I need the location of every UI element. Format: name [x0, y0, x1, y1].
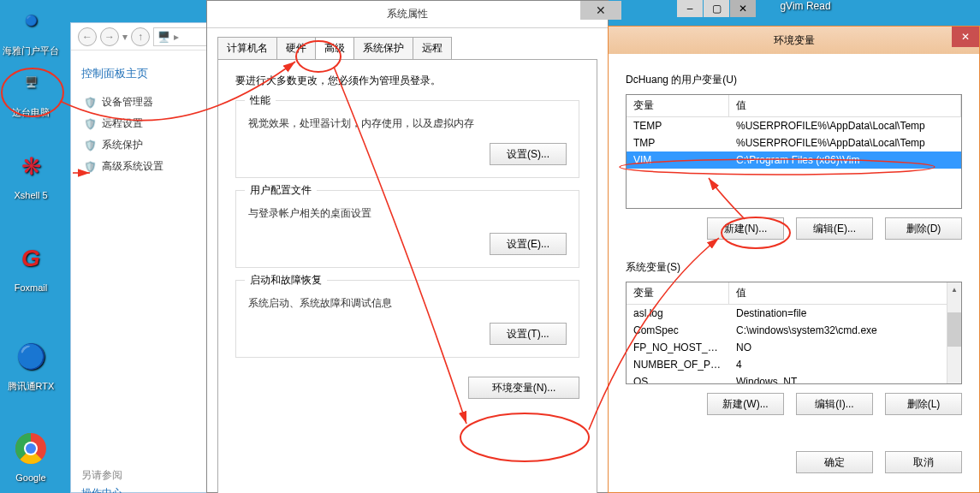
- tab-protection[interactable]: 系统保护: [353, 37, 413, 60]
- computer-icon: 🖥️: [10, 62, 51, 103]
- table-row[interactable]: ComSpecC:\windows\system32\cmd.exe: [627, 322, 961, 339]
- groupbox-title: 用户配置文件: [245, 183, 317, 198]
- col-name[interactable]: 变量: [627, 95, 729, 116]
- scroll-thumb[interactable]: [947, 312, 961, 347]
- table-row[interactable]: TEMP%USERPROFILE%\AppData\Local\Temp: [627, 117, 961, 134]
- sidebar-title: 控制面板主页: [81, 66, 193, 81]
- table-row[interactable]: OSWindows_NT: [627, 373, 961, 383]
- ok-button[interactable]: 确定: [796, 451, 873, 473]
- computer-icon: 🖥️: [157, 31, 170, 43]
- sys-btn-row: 新建(W)... 编辑(I)... 删除(L): [626, 393, 962, 415]
- titlebar[interactable]: 系统属性 ✕: [207, 1, 608, 28]
- desktop-icon-rtx[interactable]: 🔵 腾讯通RTX: [0, 336, 62, 393]
- var-value: Destination=file: [729, 305, 961, 322]
- sidebar-item-label: 远程设置: [102, 116, 143, 131]
- var-value: NO: [729, 339, 961, 356]
- var-value: %USERPROFILE%\AppData\Local\Temp: [729, 117, 961, 134]
- tab-computername[interactable]: 计算机名: [217, 37, 277, 60]
- forward-button[interactable]: →: [100, 27, 119, 46]
- sidebar-item-devicemgr[interactable]: 🛡️ 设备管理器: [81, 92, 193, 113]
- table-row[interactable]: NUMBER_OF_PR...4: [627, 356, 961, 373]
- maximize-button[interactable]: ▢: [704, 0, 729, 17]
- sys-vars-table[interactable]: 变量 值 asl.logDestination=fileComSpecC:\wi…: [626, 282, 962, 384]
- minimize-button[interactable]: –: [677, 0, 703, 17]
- var-value: C:\windows\system32\cmd.exe: [729, 322, 961, 339]
- explorer-sidebar: 控制面板主页 🛡️ 设备管理器 🛡️ 远程设置 🛡️ 系统保护 🛡️ 高级系统设…: [71, 57, 204, 493]
- desktop-icon-xshell[interactable]: ❋ Xshell 5: [0, 146, 62, 200]
- delete-sys-var-button[interactable]: 删除(L): [885, 393, 962, 415]
- var-name: NUMBER_OF_PR...: [627, 356, 729, 373]
- delete-user-var-button[interactable]: 删除(D): [885, 217, 962, 240]
- tab-remote[interactable]: 远程: [413, 37, 452, 60]
- sidebar-item-advanced[interactable]: 🛡️ 高级系统设置: [81, 156, 193, 177]
- cancel-button[interactable]: 取消: [885, 451, 962, 473]
- scrollbar[interactable]: ▲: [947, 282, 961, 383]
- shield-icon: 🛡️: [83, 96, 97, 110]
- sys-vars-label: 系统变量(S): [626, 260, 962, 275]
- admin-desc: 要进行大多数更改，您必须作为管理员登录。: [235, 74, 579, 88]
- dialog-final-row: 确定 取消: [609, 443, 979, 482]
- see-also: 另请参阅 操作中心 Windows 更新: [81, 468, 193, 493]
- tab-advanced[interactable]: 高级: [315, 37, 354, 60]
- scroll-up-icon[interactable]: ▲: [947, 282, 961, 297]
- desktop-icon-chrome[interactable]: Google: [0, 428, 62, 483]
- sidebar-item-remote[interactable]: 🛡️ 远程设置: [81, 113, 193, 134]
- edit-sys-var-button[interactable]: 编辑(I)...: [796, 393, 873, 415]
- dialog-body: DcHuang 的用户变量(U) 变量 值 TEMP%USERPROFILE%\…: [609, 54, 979, 443]
- sidebar-item-protection[interactable]: 🛡️ 系统保护: [81, 134, 193, 156]
- dialog-title: 系统属性: [387, 7, 428, 21]
- chrome-icon: [10, 428, 51, 469]
- edit-user-var-button[interactable]: 编辑(E)...: [796, 217, 873, 240]
- user-vars-label: DcHuang 的用户变量(U): [626, 73, 962, 87]
- table-row[interactable]: FP_NO_HOST_CH...NO: [627, 339, 961, 356]
- desktop-icon-haiya[interactable]: 🔵 海雅门户平台: [0, 0, 62, 57]
- back-button[interactable]: ←: [78, 27, 97, 46]
- desktop-icon-foxmail[interactable]: G Foxmail: [0, 238, 62, 293]
- env-vars-dialog: 环境变量 ✕ DcHuang 的用户变量(U) 变量 值 TEMP%USERPR…: [608, 26, 980, 493]
- user-vars-table[interactable]: 变量 值 TEMP%USERPROFILE%\AppData\Local\Tem…: [626, 94, 962, 209]
- up-button[interactable]: ↑: [131, 27, 150, 46]
- rtx-icon: 🔵: [10, 336, 51, 377]
- tab-hardware[interactable]: 硬件: [276, 37, 316, 60]
- groupbox-startup: 启动和故障恢复 系统启动、系统故障和调试信息 设置(T)...: [235, 280, 579, 358]
- col-value[interactable]: 值: [729, 95, 961, 116]
- profile-settings-button[interactable]: 设置(E)...: [490, 233, 567, 255]
- desktop-icon-computer[interactable]: 🖥️ 这台电脑: [0, 62, 62, 119]
- sidebar-item-label: 高级系统设置: [102, 159, 163, 174]
- user-btn-row: 新建(N)... 编辑(E)... 删除(D): [626, 217, 962, 240]
- close-button[interactable]: ✕: [580, 1, 621, 20]
- var-name: TEMP: [627, 117, 729, 134]
- table-row[interactable]: asl.logDestination=file: [627, 305, 961, 322]
- var-value: C:\Program Files (x86)\Vim: [729, 151, 961, 169]
- table-row[interactable]: VIMC:\Program Files (x86)\Vim: [627, 151, 961, 169]
- shield-icon: 🛡️: [83, 139, 97, 152]
- dialog-title: 环境变量: [774, 33, 815, 48]
- dropdown-arrow-icon[interactable]: ▾: [122, 31, 128, 43]
- titlebar[interactable]: 环境变量 ✕: [609, 27, 979, 54]
- groupbox-desc: 视觉效果，处理器计划，内存使用，以及虚拟内存: [248, 116, 567, 131]
- var-name: FP_NO_HOST_CH...: [627, 339, 729, 356]
- close-button[interactable]: ✕: [952, 27, 979, 47]
- svg-point-4: [26, 443, 36, 454]
- close-button[interactable]: ✕: [730, 0, 756, 17]
- var-value: Windows_NT: [729, 373, 961, 383]
- env-vars-button[interactable]: 环境变量(N)...: [468, 377, 579, 399]
- see-also-link-action[interactable]: 操作中心: [81, 483, 193, 493]
- system-properties-dialog: 系统属性 ✕ 计算机名 硬件 高级 系统保护 远程 要进行大多数更改，您必须作为…: [206, 0, 609, 493]
- app-icon: 🔵: [10, 0, 51, 41]
- var-name: OS: [627, 373, 729, 383]
- perf-settings-button[interactable]: 设置(S)...: [490, 143, 567, 165]
- tab-body: 要进行大多数更改，您必须作为管理员登录。 性能 视觉效果，处理器计划，内存使用，…: [217, 59, 597, 493]
- table-row[interactable]: TMP%USERPROFILE%\AppData\Local\Temp: [627, 134, 961, 151]
- startup-settings-button[interactable]: 设置(T)...: [490, 323, 567, 345]
- col-name[interactable]: 变量: [627, 282, 729, 304]
- see-also-label: 另请参阅: [81, 468, 193, 483]
- var-name: asl.log: [627, 305, 729, 322]
- new-user-var-button[interactable]: 新建(N)...: [707, 217, 784, 240]
- col-value[interactable]: 值: [729, 282, 961, 304]
- groupbox-performance: 性能 视觉效果，处理器计划，内存使用，以及虚拟内存 设置(S)...: [235, 100, 579, 178]
- tabs: 计算机名 硬件 高级 系统保护 远程: [207, 28, 608, 60]
- table-header: 变量 值: [627, 282, 961, 305]
- new-sys-var-button[interactable]: 新建(W)...: [707, 393, 784, 415]
- var-name: VIM: [627, 151, 729, 169]
